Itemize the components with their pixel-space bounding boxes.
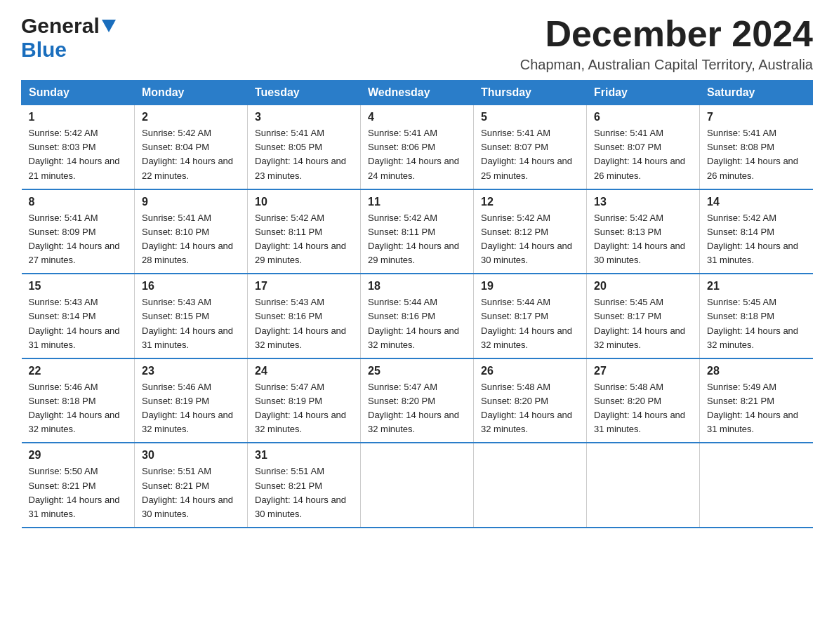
day-info: Sunrise: 5:42 AMSunset: 8:03 PMDaylight:… <box>29 128 120 180</box>
day-number: 12 <box>481 196 579 208</box>
day-number: 29 <box>29 449 128 462</box>
logo-blue-text: Blue <box>21 38 67 61</box>
logo-triangle-icon <box>102 20 116 35</box>
day-number: 10 <box>255 196 353 208</box>
month-year-title: December 2024 <box>520 14 813 54</box>
day-info: Sunrise: 5:49 AMSunset: 8:21 PMDaylight:… <box>707 382 798 434</box>
calendar-cell <box>700 443 813 528</box>
day-number: 6 <box>594 111 692 123</box>
week-row-5: 29 Sunrise: 5:50 AMSunset: 8:21 PMDaylig… <box>22 443 813 528</box>
logo: General Blue <box>21 14 116 62</box>
day-info: Sunrise: 5:45 AMSunset: 8:17 PMDaylight:… <box>594 297 685 349</box>
day-number: 4 <box>368 111 466 123</box>
day-number: 9 <box>142 196 240 208</box>
day-info: Sunrise: 5:42 AMSunset: 8:13 PMDaylight:… <box>594 213 685 265</box>
day-number: 2 <box>142 111 240 123</box>
day-info: Sunrise: 5:42 AMSunset: 8:14 PMDaylight:… <box>707 213 798 265</box>
day-number: 25 <box>368 365 466 377</box>
day-info: Sunrise: 5:51 AMSunset: 8:21 PMDaylight:… <box>142 466 233 518</box>
day-info: Sunrise: 5:46 AMSunset: 8:19 PMDaylight:… <box>142 382 233 434</box>
calendar-cell: 5 Sunrise: 5:41 AMSunset: 8:07 PMDayligh… <box>474 105 587 189</box>
calendar-table: SundayMondayTuesdayWednesdayThursdayFrid… <box>21 80 813 528</box>
weekday-header-tuesday: Tuesday <box>248 81 361 105</box>
calendar-cell: 11 Sunrise: 5:42 AMSunset: 8:11 PMDaylig… <box>361 189 474 274</box>
day-info: Sunrise: 5:50 AMSunset: 8:21 PMDaylight:… <box>29 466 120 518</box>
week-row-2: 8 Sunrise: 5:41 AMSunset: 8:09 PMDayligh… <box>22 189 813 274</box>
day-number: 22 <box>29 365 128 377</box>
day-info: Sunrise: 5:43 AMSunset: 8:15 PMDaylight:… <box>142 297 233 349</box>
day-number: 8 <box>29 196 128 208</box>
calendar-cell: 10 Sunrise: 5:42 AMSunset: 8:11 PMDaylig… <box>248 189 361 274</box>
day-info: Sunrise: 5:45 AMSunset: 8:18 PMDaylight:… <box>707 297 798 349</box>
week-row-4: 22 Sunrise: 5:46 AMSunset: 8:18 PMDaylig… <box>22 358 813 443</box>
calendar-cell: 15 Sunrise: 5:43 AMSunset: 8:14 PMDaylig… <box>22 274 135 358</box>
calendar-cell: 14 Sunrise: 5:42 AMSunset: 8:14 PMDaylig… <box>700 189 813 274</box>
day-number: 24 <box>255 365 353 377</box>
weekday-header-wednesday: Wednesday <box>361 81 474 105</box>
calendar-cell: 31 Sunrise: 5:51 AMSunset: 8:21 PMDaylig… <box>248 443 361 528</box>
location-subtitle: Chapman, Australian Capital Territory, A… <box>520 57 813 73</box>
calendar-cell: 23 Sunrise: 5:46 AMSunset: 8:19 PMDaylig… <box>135 358 248 443</box>
weekday-header-friday: Friday <box>587 81 700 105</box>
calendar-cell: 1 Sunrise: 5:42 AMSunset: 8:03 PMDayligh… <box>22 105 135 189</box>
weekday-header-thursday: Thursday <box>474 81 587 105</box>
calendar-cell: 3 Sunrise: 5:41 AMSunset: 8:05 PMDayligh… <box>248 105 361 189</box>
day-info: Sunrise: 5:48 AMSunset: 8:20 PMDaylight:… <box>594 382 685 434</box>
calendar-cell: 30 Sunrise: 5:51 AMSunset: 8:21 PMDaylig… <box>135 443 248 528</box>
day-info: Sunrise: 5:44 AMSunset: 8:16 PMDaylight:… <box>368 297 459 349</box>
day-number: 5 <box>481 111 579 123</box>
day-number: 21 <box>707 280 806 293</box>
calendar-cell: 8 Sunrise: 5:41 AMSunset: 8:09 PMDayligh… <box>22 189 135 274</box>
day-info: Sunrise: 5:43 AMSunset: 8:14 PMDaylight:… <box>29 297 120 349</box>
calendar-cell: 22 Sunrise: 5:46 AMSunset: 8:18 PMDaylig… <box>22 358 135 443</box>
calendar-cell: 20 Sunrise: 5:45 AMSunset: 8:17 PMDaylig… <box>587 274 700 358</box>
calendar-cell <box>474 443 587 528</box>
week-row-1: 1 Sunrise: 5:42 AMSunset: 8:03 PMDayligh… <box>22 105 813 189</box>
calendar-cell <box>361 443 474 528</box>
day-number: 15 <box>29 280 128 293</box>
day-number: 17 <box>255 280 353 293</box>
calendar-cell: 6 Sunrise: 5:41 AMSunset: 8:07 PMDayligh… <box>587 105 700 189</box>
week-row-3: 15 Sunrise: 5:43 AMSunset: 8:14 PMDaylig… <box>22 274 813 358</box>
day-info: Sunrise: 5:47 AMSunset: 8:19 PMDaylight:… <box>255 382 346 434</box>
calendar-cell: 17 Sunrise: 5:43 AMSunset: 8:16 PMDaylig… <box>248 274 361 358</box>
calendar-cell: 27 Sunrise: 5:48 AMSunset: 8:20 PMDaylig… <box>587 358 700 443</box>
day-number: 31 <box>255 449 353 462</box>
day-number: 30 <box>142 449 240 462</box>
day-number: 7 <box>707 111 806 123</box>
day-number: 14 <box>707 196 806 208</box>
day-number: 13 <box>594 196 692 208</box>
day-info: Sunrise: 5:51 AMSunset: 8:21 PMDaylight:… <box>255 466 346 518</box>
weekday-header-saturday: Saturday <box>700 81 813 105</box>
day-info: Sunrise: 5:44 AMSunset: 8:17 PMDaylight:… <box>481 297 572 349</box>
day-info: Sunrise: 5:41 AMSunset: 8:10 PMDaylight:… <box>142 213 233 265</box>
day-info: Sunrise: 5:48 AMSunset: 8:20 PMDaylight:… <box>481 382 572 434</box>
day-number: 18 <box>368 280 466 293</box>
day-info: Sunrise: 5:41 AMSunset: 8:06 PMDaylight:… <box>368 128 459 180</box>
calendar-cell: 7 Sunrise: 5:41 AMSunset: 8:08 PMDayligh… <box>700 105 813 189</box>
day-info: Sunrise: 5:41 AMSunset: 8:07 PMDaylight:… <box>481 128 572 180</box>
day-info: Sunrise: 5:41 AMSunset: 8:09 PMDaylight:… <box>29 213 120 265</box>
day-info: Sunrise: 5:42 AMSunset: 8:12 PMDaylight:… <box>481 213 572 265</box>
day-info: Sunrise: 5:42 AMSunset: 8:04 PMDaylight:… <box>142 128 233 180</box>
calendar-cell: 28 Sunrise: 5:49 AMSunset: 8:21 PMDaylig… <box>700 358 813 443</box>
calendar-cell: 9 Sunrise: 5:41 AMSunset: 8:10 PMDayligh… <box>135 189 248 274</box>
weekday-header-sunday: Sunday <box>22 81 135 105</box>
svg-marker-0 <box>102 20 116 32</box>
calendar-cell: 29 Sunrise: 5:50 AMSunset: 8:21 PMDaylig… <box>22 443 135 528</box>
calendar-cell: 21 Sunrise: 5:45 AMSunset: 8:18 PMDaylig… <box>700 274 813 358</box>
day-number: 1 <box>29 111 128 123</box>
logo-general-text: General <box>21 14 100 38</box>
calendar-cell: 12 Sunrise: 5:42 AMSunset: 8:12 PMDaylig… <box>474 189 587 274</box>
day-number: 20 <box>594 280 692 293</box>
day-info: Sunrise: 5:42 AMSunset: 8:11 PMDaylight:… <box>255 213 346 265</box>
day-info: Sunrise: 5:47 AMSunset: 8:20 PMDaylight:… <box>368 382 459 434</box>
day-info: Sunrise: 5:42 AMSunset: 8:11 PMDaylight:… <box>368 213 459 265</box>
calendar-cell: 24 Sunrise: 5:47 AMSunset: 8:19 PMDaylig… <box>248 358 361 443</box>
calendar-cell: 18 Sunrise: 5:44 AMSunset: 8:16 PMDaylig… <box>361 274 474 358</box>
day-number: 23 <box>142 365 240 377</box>
day-number: 16 <box>142 280 240 293</box>
day-number: 3 <box>255 111 353 123</box>
day-info: Sunrise: 5:41 AMSunset: 8:05 PMDaylight:… <box>255 128 346 180</box>
calendar-cell: 2 Sunrise: 5:42 AMSunset: 8:04 PMDayligh… <box>135 105 248 189</box>
